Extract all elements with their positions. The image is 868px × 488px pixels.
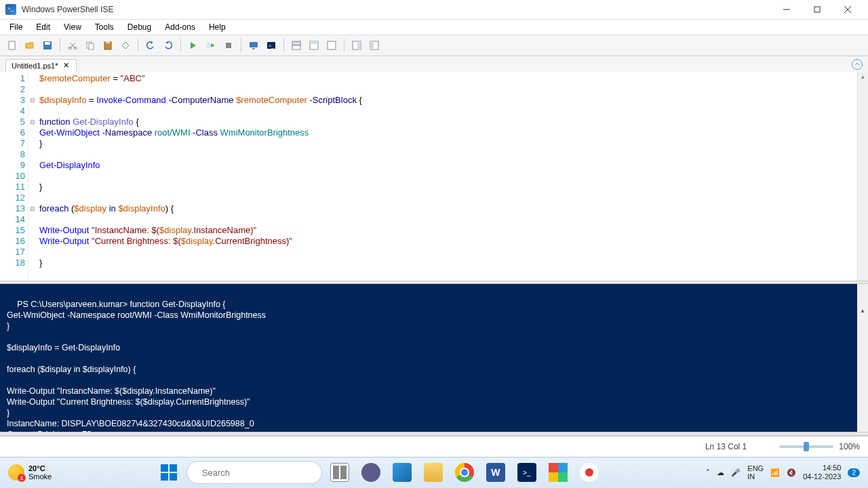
clock[interactable]: 14:50 04-12-2023	[803, 464, 841, 481]
menu-view[interactable]: View	[57, 21, 88, 33]
menu-tools[interactable]: Tools	[88, 21, 121, 33]
volume-icon[interactable]: 🔇	[787, 468, 796, 477]
scroll-up-icon[interactable]: ▲	[858, 72, 868, 83]
maximize-button[interactable]	[802, 0, 832, 19]
collapse-script-icon[interactable]	[852, 59, 863, 70]
app-icon-grid[interactable]	[545, 459, 572, 486]
code-pane[interactable]: $remoteComputer = "ABC"$displayInfo = In…	[37, 72, 857, 281]
svg-text:>_: >_	[269, 43, 274, 49]
weather-icon: 1	[8, 464, 24, 481]
statusbar: Ln 13 Col 1 100%	[0, 436, 868, 457]
clear-button[interactable]	[117, 37, 134, 54]
tabs-bar: Untitled1.ps1* ✕	[0, 56, 868, 72]
explorer-app-icon[interactable]	[420, 459, 447, 486]
weather-widget[interactable]: 1 20°C Smoke	[8, 464, 52, 481]
language-indicator[interactable]: ENGIN	[747, 464, 764, 481]
weather-badge: 1	[18, 474, 26, 482]
notification-badge[interactable]: 2	[848, 468, 860, 477]
open-button[interactable]	[22, 37, 38, 54]
show-command-button[interactable]	[349, 37, 365, 54]
cursor-position: Ln 13 Col 1	[705, 442, 747, 451]
chrome-app-icon[interactable]	[451, 459, 478, 486]
menu-addons[interactable]: Add-ons	[158, 21, 202, 33]
line-number-gutter: 123456789101112131415161718	[0, 72, 28, 281]
svg-rect-15	[250, 42, 258, 47]
paste-button[interactable]	[100, 37, 116, 54]
scroll-up-icon[interactable]: ▲	[857, 306, 868, 317]
menubar: File Edit View Tools Debug Add-ons Help	[0, 20, 868, 35]
onedrive-icon[interactable]: ☁	[717, 468, 724, 477]
tab-close-icon[interactable]: ✕	[62, 62, 71, 70]
svg-rect-20	[292, 45, 300, 49]
script-editor[interactable]: 123456789101112131415161718 ⊟⊟⊟ $remoteC…	[0, 72, 868, 281]
tab-untitled[interactable]: Untitled1.ps1* ✕	[5, 59, 77, 72]
app-icon	[5, 4, 16, 15]
run-script-button[interactable]	[185, 37, 201, 54]
svg-rect-6	[45, 42, 50, 45]
titlebar: Windows PowerShell ISE	[0, 0, 868, 20]
minimize-button[interactable]	[771, 0, 802, 19]
powershell-app-icon[interactable]: >_	[513, 459, 540, 486]
task-view-icon[interactable]	[326, 459, 353, 486]
redo-button[interactable]	[160, 37, 176, 54]
recording-icon[interactable]	[576, 459, 603, 486]
tab-label: Untitled1.ps1*	[12, 62, 58, 70]
svg-rect-23	[328, 41, 336, 49]
svg-rect-4	[9, 41, 15, 49]
window-title: Windows PowerShell ISE	[22, 5, 771, 14]
zoom-level: 100%	[839, 442, 860, 451]
weather-desc: Smoke	[28, 472, 52, 481]
console-text: PS C:\Users\parveen.kumar> function Get-…	[7, 300, 266, 432]
mail-app-icon[interactable]	[389, 459, 416, 486]
menu-help[interactable]: Help	[202, 21, 233, 33]
remote-button[interactable]	[245, 37, 262, 54]
close-button[interactable]	[832, 0, 863, 19]
svg-rect-25	[357, 41, 361, 49]
menu-debug[interactable]: Debug	[121, 21, 158, 33]
toolbar: >_	[0, 35, 868, 56]
search-input[interactable]	[202, 468, 316, 478]
menu-edit[interactable]: Edit	[29, 21, 57, 33]
start-button[interactable]	[155, 459, 182, 486]
cut-button[interactable]	[64, 37, 81, 54]
zoom-slider[interactable]	[779, 445, 833, 448]
svg-rect-12	[106, 41, 110, 43]
show-command-addon-button[interactable]	[366, 37, 382, 54]
editor-scrollbar[interactable]: ▲	[857, 72, 868, 281]
console-scrollbar[interactable]: ▲	[857, 284, 868, 432]
undo-button[interactable]	[142, 37, 159, 54]
save-button[interactable]	[39, 37, 56, 54]
tray-chevron-icon[interactable]: ˄	[706, 468, 710, 477]
show-script-max-button[interactable]	[323, 37, 340, 54]
svg-rect-22	[310, 41, 318, 44]
word-app-icon[interactable]: W	[482, 459, 509, 486]
stop-button[interactable]	[220, 37, 237, 54]
taskbar: 1 20°C Smoke W >_ ˄ ☁ 🎤 ENGIN 📶 🔇 14:50 …	[0, 457, 868, 488]
weather-temp: 20°C	[28, 464, 52, 472]
wifi-icon[interactable]: 📶	[770, 468, 780, 477]
new-button[interactable]	[4, 37, 20, 54]
taskbar-search[interactable]	[186, 461, 322, 484]
svg-rect-27	[370, 41, 374, 49]
console-pane[interactable]: PS C:\Users\parveen.kumar> function Get-…	[0, 284, 868, 432]
menu-file[interactable]: File	[3, 21, 29, 33]
run-selection-button[interactable]	[203, 37, 219, 54]
svg-rect-13	[207, 43, 210, 48]
show-script-button[interactable]	[288, 37, 304, 54]
svg-rect-14	[226, 43, 231, 48]
svg-rect-19	[292, 41, 300, 45]
svg-rect-16	[252, 48, 255, 49]
copy-button[interactable]	[82, 37, 98, 54]
mic-icon[interactable]: 🎤	[731, 468, 741, 477]
svg-rect-1	[814, 7, 820, 12]
powershell-tab-button[interactable]: >_	[263, 37, 279, 54]
svg-rect-10	[89, 43, 94, 49]
show-script-top-button[interactable]	[306, 37, 322, 54]
fold-column[interactable]: ⊟⊟⊟	[28, 72, 37, 281]
camera-app-icon[interactable]	[357, 459, 384, 486]
